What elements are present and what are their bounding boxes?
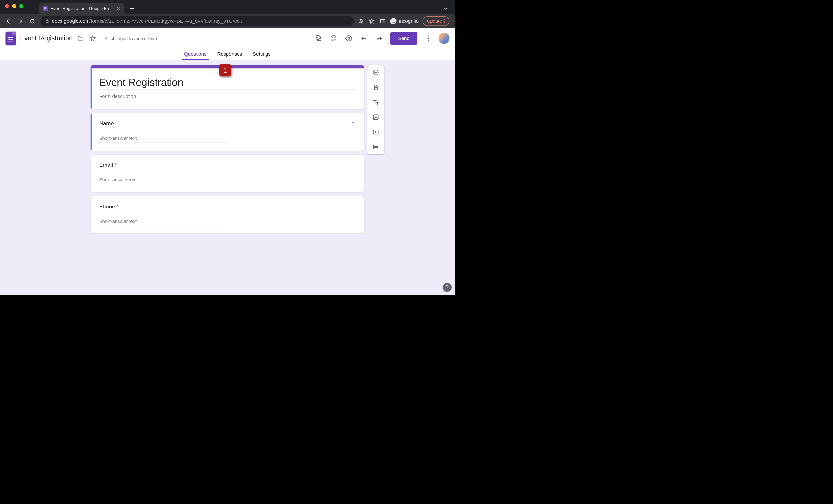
- titlebar: Event Registration - Google Fo: [0, 0, 455, 14]
- addr-bar-right: Incognito Update: [357, 16, 451, 26]
- close-tab-icon[interactable]: [116, 6, 121, 11]
- question-header: Phone *: [99, 204, 356, 210]
- url-input[interactable]: docs.google.com/forms/d/12To7mZPVWdlPeLR…: [40, 16, 354, 26]
- save-status: All changes saved in Drive: [104, 36, 157, 41]
- svg-rect-1: [45, 7, 46, 8]
- forms-app: Event Registration All changes saved in …: [0, 28, 455, 295]
- question-title[interactable]: Phone: [99, 204, 115, 210]
- answer-placeholder: Short-answer text: [99, 177, 137, 182]
- new-tab-button[interactable]: [128, 4, 136, 13]
- required-indicator: *: [352, 120, 354, 126]
- eye-off-icon[interactable]: [357, 18, 364, 25]
- question-header: Email *: [99, 162, 356, 169]
- svg-point-10: [334, 37, 335, 38]
- tab-questions[interactable]: Questions: [184, 49, 207, 60]
- help-button[interactable]: ?: [443, 283, 452, 292]
- svg-rect-0: [44, 7, 44, 8]
- incognito-indicator[interactable]: Incognito: [390, 18, 419, 24]
- update-button[interactable]: Update: [423, 16, 449, 26]
- incognito-label: Incognito: [399, 18, 419, 24]
- svg-point-14: [375, 116, 375, 117]
- svg-point-9: [333, 37, 334, 37]
- form-tabs: Questions Responses Settings: [0, 49, 455, 60]
- answer-placeholder: Short-answer text: [99, 135, 137, 141]
- preview-icon[interactable]: [344, 34, 353, 43]
- header-actions: Send: [314, 32, 450, 45]
- address-bar: docs.google.com/forms/d/12To7mZPVWdlPeLR…: [0, 14, 455, 28]
- maximize-window-button[interactable]: [19, 4, 23, 8]
- browser-tab-title: Event Registration - Google Fo: [50, 6, 113, 11]
- svg-rect-2: [44, 8, 44, 9]
- url-host: docs.google.com: [52, 18, 90, 24]
- form-canvas: 1 Name * Short-answer text Email *: [0, 60, 455, 295]
- add-title-button[interactable]: [371, 98, 380, 107]
- question-title[interactable]: Name: [99, 120, 114, 127]
- incognito-icon: [390, 18, 397, 24]
- tabs-dropdown-icon[interactable]: [443, 6, 455, 14]
- browser-tab-active[interactable]: Event Registration - Google Fo: [39, 3, 124, 14]
- question-toolbar: [367, 65, 384, 154]
- forms-header: Event Registration All changes saved in …: [0, 28, 455, 48]
- browser-chrome: Event Registration - Google Fo: [0, 0, 455, 28]
- move-to-folder-icon[interactable]: [77, 34, 85, 42]
- bookmark-star-icon[interactable]: [368, 18, 375, 25]
- add-question-button[interactable]: [371, 68, 380, 77]
- required-indicator: *: [117, 204, 118, 209]
- add-section-button[interactable]: [371, 143, 380, 151]
- svg-rect-16: [374, 145, 378, 146]
- question-title[interactable]: Email: [99, 162, 113, 169]
- close-window-button[interactable]: [5, 4, 9, 8]
- add-video-button[interactable]: [371, 128, 380, 136]
- reload-button[interactable]: [27, 16, 38, 26]
- form-column: 1 Name * Short-answer text Email *: [91, 65, 364, 295]
- question-card[interactable]: Name * Short-answer text: [91, 113, 364, 151]
- svg-point-8: [332, 37, 333, 38]
- star-icon[interactable]: [89, 34, 97, 42]
- svg-rect-5: [45, 9, 46, 9]
- panel-icon[interactable]: [379, 18, 386, 25]
- question-card[interactable]: Phone * Short-answer text: [91, 196, 364, 234]
- forms-favicon-icon: [43, 6, 48, 11]
- screen: Event Registration - Google Fo: [0, 0, 455, 275]
- account-avatar[interactable]: [438, 33, 450, 44]
- back-button[interactable]: [4, 16, 14, 26]
- svg-rect-6: [380, 19, 385, 23]
- form-title-input[interactable]: [99, 75, 356, 90]
- minimize-window-button[interactable]: [12, 4, 16, 8]
- annotation-badge: 1: [219, 64, 231, 76]
- required-indicator: *: [114, 162, 116, 168]
- svg-rect-4: [44, 9, 44, 9]
- svg-rect-17: [374, 148, 378, 149]
- answer-preview: Short-answer text: [99, 219, 227, 226]
- send-button[interactable]: Send: [390, 32, 418, 45]
- forward-button[interactable]: [15, 16, 26, 26]
- answer-preview: Short-answer text: [99, 177, 227, 184]
- add-image-button[interactable]: [371, 113, 380, 122]
- form-description-input[interactable]: [99, 91, 356, 101]
- more-icon: [445, 19, 446, 23]
- forms-logo-icon[interactable]: [5, 31, 16, 46]
- lock-icon: [45, 19, 49, 23]
- window-controls: [0, 0, 28, 12]
- svg-point-11: [348, 37, 350, 39]
- browser-tabs: Event Registration - Google Fo: [28, 0, 455, 14]
- question-header: Name *: [99, 120, 356, 127]
- svg-rect-13: [373, 115, 378, 119]
- more-menu-button[interactable]: [424, 34, 432, 42]
- import-questions-button[interactable]: [371, 83, 380, 92]
- undo-icon[interactable]: [360, 34, 368, 43]
- answer-placeholder: Short-answer text: [99, 219, 137, 224]
- answer-preview: Short-answer text: [99, 135, 227, 143]
- svg-rect-3: [45, 8, 46, 9]
- document-title[interactable]: Event Registration: [20, 34, 73, 42]
- url-path: /forms/d/12To7mZPVWdlPeLRBtkgywKBEtIAu_q…: [90, 18, 242, 24]
- redo-icon[interactable]: [375, 34, 383, 43]
- question-card[interactable]: Email * Short-answer text: [91, 155, 364, 192]
- palette-icon[interactable]: [329, 34, 338, 43]
- tab-responses[interactable]: Responses: [217, 49, 242, 60]
- update-label: Update: [427, 19, 442, 24]
- addons-icon[interactable]: [314, 34, 323, 43]
- tab-settings[interactable]: Settings: [253, 49, 271, 60]
